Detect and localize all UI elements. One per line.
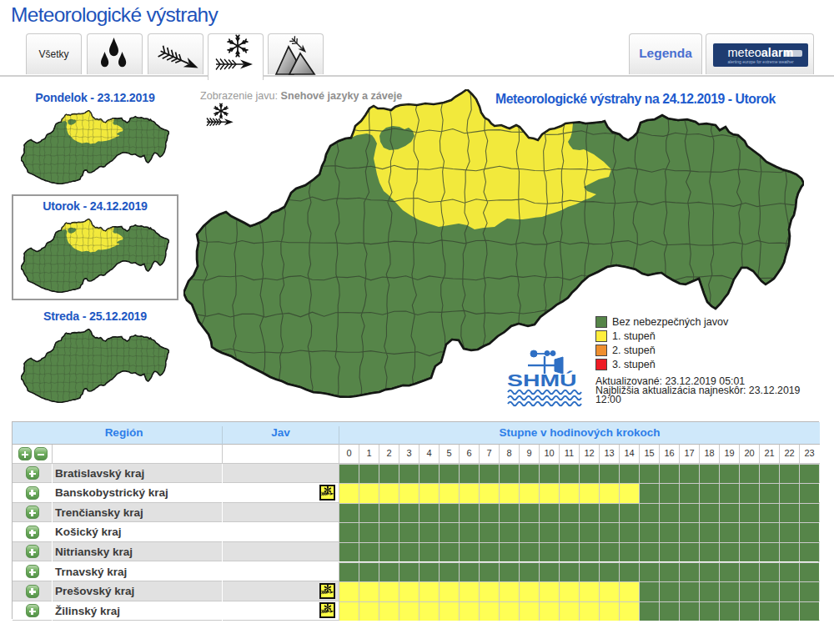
svg-text:SHMÚ: SHMÚ [507, 371, 577, 390]
